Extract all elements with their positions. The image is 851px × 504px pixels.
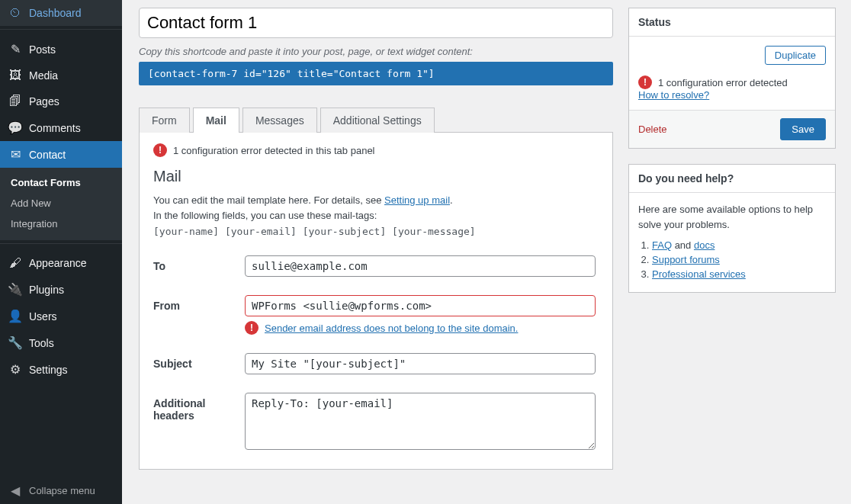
sidebar-item-media[interactable]: 🖼 Media	[0, 63, 122, 88]
label-additional-headers: Additional headers	[153, 393, 230, 422]
form-title-input[interactable]	[139, 8, 613, 38]
tab-form[interactable]: Form	[139, 108, 190, 133]
sliders-icon: ⚙	[8, 362, 23, 377]
config-error-text: 1 configuration error detected in this t…	[173, 145, 375, 156]
sidebar-item-label: Settings	[29, 364, 68, 376]
alert-icon: !	[245, 321, 259, 335]
sidebar-item-appearance[interactable]: 🖌 Appearance	[0, 250, 122, 276]
collapse-label: Collapse menu	[29, 485, 95, 496]
submenu-contact-forms[interactable]: Contact Forms	[0, 172, 122, 193]
professional-services-link[interactable]: Professional services	[652, 268, 746, 280]
sidebar-item-users[interactable]: 👤 Users	[0, 303, 122, 329]
help-item-faq: FAQ and docs	[652, 239, 826, 251]
tab-panel-mail: ! 1 configuration error detected in this…	[139, 133, 613, 470]
shortcode-block[interactable]: [contact-form-7 id="126" title="Contact …	[139, 62, 613, 85]
label-to: To	[153, 255, 230, 272]
from-error-link[interactable]: Sender email address does not belong to …	[265, 323, 518, 334]
sidebar-item-pages[interactable]: 🗐 Pages	[0, 88, 122, 114]
media-icon: 🖼	[8, 69, 23, 82]
from-error: ! Sender email address does not belong t…	[245, 321, 596, 335]
alert-icon: !	[638, 75, 652, 89]
sidebar-item-label: Media	[29, 69, 58, 82]
sidebar-item-label: Pages	[29, 95, 59, 108]
how-to-resolve-link[interactable]: How to resolve?	[638, 89, 709, 101]
tab-list: Form Mail Messages Additional Settings	[139, 107, 613, 133]
mail-tags-list: [your-name] [your-email] [your-subject] …	[153, 226, 599, 237]
tab-mail[interactable]: Mail	[193, 108, 239, 133]
save-button[interactable]: Save	[780, 118, 826, 140]
sidebar-item-label: Appearance	[29, 257, 87, 269]
config-error-banner: ! 1 configuration error detected in this…	[153, 143, 599, 157]
mail-tags-intro: In the following fields, you can use the…	[153, 208, 599, 223]
content-column: Copy this shortcode and paste it into yo…	[139, 8, 613, 470]
sidebar-item-dashboard[interactable]: ⏲ Dashboard	[0, 0, 122, 26]
brush-icon: 🖌	[8, 256, 23, 270]
sidebar-item-label: Dashboard	[29, 7, 82, 19]
status-actions: Delete Save	[629, 110, 835, 148]
sidebar-item-label: Comments	[29, 122, 81, 134]
sidebar-item-contact[interactable]: ✉ Contact	[0, 141, 122, 168]
sidebar-item-settings[interactable]: ⚙ Settings	[0, 356, 122, 383]
help-intro: Here are some available options to help …	[638, 202, 826, 232]
input-subject[interactable]	[245, 353, 596, 374]
help-item-pro: Professional services	[652, 268, 826, 280]
input-to[interactable]	[245, 255, 596, 277]
tab-additional-settings[interactable]: Additional Settings	[320, 108, 435, 133]
plugin-icon: 🔌	[8, 282, 23, 297]
pin-icon: ✎	[8, 42, 23, 56]
sidebar-submenu-contact: Contact Forms Add New Integration	[0, 168, 122, 240]
sidebar-item-label: Plugins	[29, 284, 64, 296]
label-subject: Subject	[153, 353, 230, 370]
collapse-menu-button[interactable]: ◀ Collapse menu	[0, 477, 122, 504]
user-icon: 👤	[8, 309, 23, 323]
comments-icon: 💬	[8, 120, 23, 135]
collapse-icon: ◀	[8, 483, 23, 498]
sidebar-item-label: Posts	[29, 43, 56, 56]
help-item-forums: Support forums	[652, 254, 826, 265]
field-row-subject: Subject	[153, 353, 599, 374]
menu-separator	[0, 29, 122, 33]
side-column: Status Duplicate ! 1 configuration error…	[628, 8, 836, 293]
field-row-from: From ! Sender email address does not bel…	[153, 295, 599, 335]
shortcode-hint: Copy this shortcode and paste it into yo…	[139, 46, 613, 57]
delete-link[interactable]: Delete	[638, 124, 667, 135]
duplicate-button[interactable]: Duplicate	[765, 46, 826, 65]
input-from[interactable]	[245, 295, 596, 316]
tab-messages[interactable]: Messages	[242, 108, 317, 133]
sidebar-item-label: Users	[29, 310, 57, 323]
mail-section-heading: Mail	[153, 168, 599, 185]
sidebar-item-label: Tools	[29, 337, 54, 349]
menu-separator	[0, 243, 122, 247]
status-title: Status	[629, 8, 835, 37]
submenu-add-new[interactable]: Add New	[0, 193, 122, 213]
help-title: Do you need help?	[629, 165, 835, 193]
field-row-to: To	[153, 255, 599, 277]
sidebar-item-label: Contact	[29, 149, 66, 161]
sidebar-item-comments[interactable]: 💬 Comments	[0, 114, 122, 141]
help-list: FAQ and docs Support forums Professional…	[638, 239, 826, 280]
field-row-headers: Additional headers Reply-To: [your-email…	[153, 393, 599, 452]
status-box: Status Duplicate ! 1 configuration error…	[628, 8, 836, 149]
submenu-integration[interactable]: Integration	[0, 213, 122, 234]
page-icon: 🗐	[8, 95, 23, 108]
status-error-text: 1 configuration error detected	[658, 77, 788, 88]
sidebar-item-plugins[interactable]: 🔌 Plugins	[0, 276, 122, 303]
dashboard-icon: ⏲	[8, 6, 23, 20]
faq-link[interactable]: FAQ	[652, 239, 672, 251]
wrench-icon: 🔧	[8, 335, 23, 350]
label-from: From	[153, 295, 230, 312]
mail-icon: ✉	[8, 147, 23, 162]
sidebar-item-posts[interactable]: ✎ Posts	[0, 36, 122, 63]
status-error-row: ! 1 configuration error detected	[638, 75, 826, 89]
setting-up-mail-link[interactable]: Setting up mail	[384, 194, 450, 206]
docs-link[interactable]: docs	[694, 239, 715, 251]
support-forums-link[interactable]: Support forums	[652, 254, 720, 265]
sidebar-item-tools[interactable]: 🔧 Tools	[0, 329, 122, 356]
alert-icon: !	[153, 143, 167, 157]
mail-intro-text: You can edit the mail template here. For…	[153, 193, 599, 208]
admin-sidebar: ⏲ Dashboard ✎ Posts 🖼 Media 🗐 Pages 💬 Co…	[0, 0, 122, 504]
textarea-additional-headers[interactable]: Reply-To: [your-email]	[245, 393, 596, 450]
help-box: Do you need help? Here are some availabl…	[628, 164, 836, 293]
main-area: Copy this shortcode and paste it into yo…	[122, 0, 851, 504]
